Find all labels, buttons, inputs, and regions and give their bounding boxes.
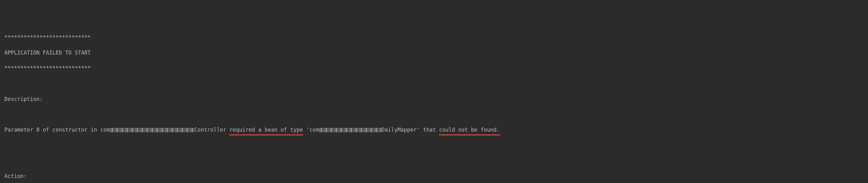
highlighted-phrase: could not be found. — [439, 127, 500, 133]
blank-line — [4, 157, 864, 165]
divider-line: *************************** — [4, 33, 864, 42]
red-underline — [439, 134, 500, 135]
blank-line — [4, 80, 864, 87]
text-segment: Controller — [194, 127, 230, 133]
blank-line — [4, 111, 864, 119]
text-segment: could not be found. — [439, 127, 500, 133]
redacted-text — [319, 128, 381, 132]
text-segment: 'com — [303, 127, 319, 133]
text-segment: required a bean of type — [229, 127, 303, 133]
highlighted-phrase: required a bean of type — [229, 127, 303, 133]
redacted-text — [110, 128, 194, 132]
red-underline — [229, 134, 303, 135]
app-failed-title: APPLICATION FAILED TO START — [4, 49, 864, 57]
text-segment: DailyMapper' that — [381, 127, 439, 133]
parameter-error-line: Parameter 8 of constructor in comControl… — [4, 126, 864, 134]
description-label: Description: — [4, 95, 864, 103]
action-label: Action: — [4, 172, 864, 180]
divider-line: *************************** — [4, 64, 864, 72]
blank-line — [4, 141, 864, 150]
text-segment: Parameter 8 of constructor in com — [4, 127, 110, 133]
